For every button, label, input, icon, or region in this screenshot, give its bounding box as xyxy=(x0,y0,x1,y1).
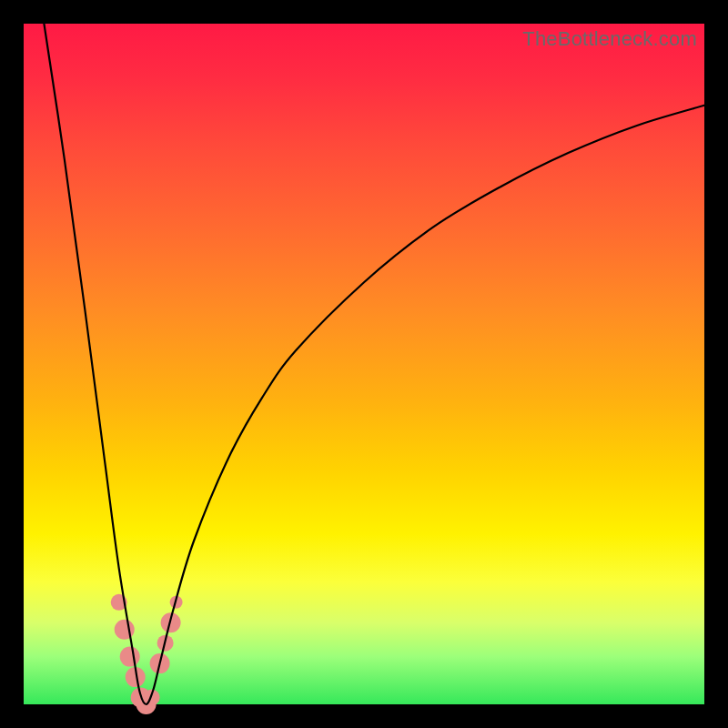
plot-area: TheBottleneck.com xyxy=(24,24,704,704)
curve-marker xyxy=(120,647,140,667)
chart-svg xyxy=(24,24,704,704)
chart-frame: TheBottleneck.com xyxy=(0,0,728,728)
bottleneck-curve xyxy=(44,24,704,704)
curve-marker xyxy=(115,620,135,640)
